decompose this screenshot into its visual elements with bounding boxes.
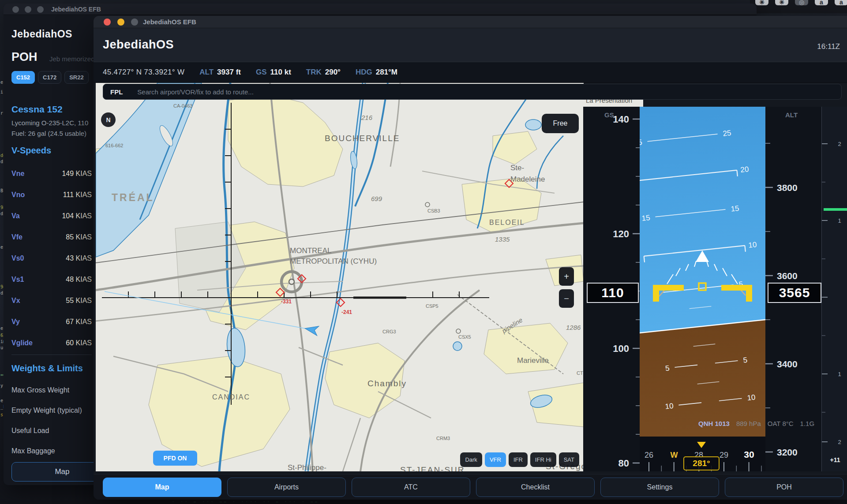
amazon-icon[interactable]: a — [835, 0, 847, 5]
weights-title: Weights & Limits — [11, 363, 83, 373]
map-label: Chambly — [367, 379, 407, 388]
qnh-setting: QNH 1013 — [698, 420, 730, 427]
svg-text:15: 15 — [731, 204, 740, 213]
vspeed-label: Vno — [11, 191, 25, 199]
current-airspeed-box: 110 — [587, 283, 639, 303]
map-style-ifr-hi[interactable]: IFR Hi — [530, 452, 556, 467]
top-dock: ✳✳◎aa — [750, 0, 847, 13]
route-search-input[interactable]: Search airport/VOR/fix to add to route..… — [137, 88, 253, 96]
map-style-sat[interactable]: SAT — [559, 452, 579, 467]
zoom-out-button[interactable]: − — [559, 289, 574, 308]
openai-icon[interactable]: ✳ — [775, 0, 788, 5]
sidebar-map-button[interactable]: Map — [11, 462, 94, 482]
vspeed-value: 85 KIAS — [66, 233, 92, 241]
oat: OAT 8°C — [768, 420, 794, 427]
app-title: JebediahOS — [11, 28, 72, 40]
map-label: BOUCHERVILLE — [325, 134, 400, 143]
minimize-icon[interactable] — [25, 6, 31, 13]
map-style-ifr[interactable]: IFR — [509, 452, 528, 467]
gs-tape-label: GS — [604, 111, 614, 119]
map-label: CSB3 — [427, 208, 440, 213]
vspeed-value: 67 KIAS — [66, 318, 92, 326]
tab-airports[interactable]: Airports — [227, 478, 346, 497]
vspeeds-title: V-Speeds — [11, 146, 51, 156]
terminal-fragment: e — [0, 326, 3, 331]
pfd-toggle-button[interactable]: PFD ON — [153, 451, 197, 466]
map-label: Ste- — [510, 164, 524, 172]
vspeed-row: Vno111 KIAS — [11, 184, 92, 205]
map-label: Madeleine — [510, 175, 545, 183]
map-style-dark[interactable]: Dark — [460, 452, 482, 467]
map-label: CSP5 — [426, 303, 438, 309]
heading-strip: 26W282930 281° — [640, 437, 765, 471]
weight-row: Useful Load — [11, 421, 92, 441]
weight-row: Empty Weight (typical) — [11, 400, 92, 421]
aircraft-tab-sr22[interactable]: SR22 — [64, 71, 89, 84]
svg-text:2: 2 — [838, 141, 841, 147]
map-label: Marieville — [517, 356, 549, 365]
gs-label: GS — [256, 68, 267, 77]
map-label: CRM3 — [436, 436, 450, 441]
minimize-icon[interactable] — [117, 19, 124, 26]
free-mode-button[interactable]: Free — [542, 114, 579, 133]
vspeed-label: Va — [11, 212, 20, 220]
vspeed-label: Vne — [11, 170, 24, 178]
svg-text:100: 100 — [613, 343, 629, 354]
map-style-vfr[interactable]: VFR — [485, 452, 506, 467]
map-label: 616-662 — [105, 143, 123, 148]
aircraft-tab-c172[interactable]: C172 — [38, 71, 61, 84]
vspeed-value: 111 KIAS — [63, 191, 92, 199]
close-icon[interactable] — [104, 19, 111, 26]
zoom-in-button[interactable]: + — [559, 267, 574, 286]
vspeed-row: Vne149 KIAS — [11, 163, 92, 184]
map-label: MONTREAL — [290, 246, 331, 255]
vspeed-label: Vs0 — [11, 254, 24, 262]
maximize-icon[interactable] — [131, 19, 138, 26]
map-label: -241 — [341, 309, 352, 315]
alt-label: ALT — [199, 68, 214, 77]
moving-map[interactable]: VarennesBOUCHERVILLESur-RichelieuSte-Mad… — [96, 83, 584, 471]
vspeed-value: 55 KIAS — [66, 297, 92, 305]
g-load: 1.1G — [800, 420, 815, 427]
tab-poh[interactable]: POH — [725, 478, 843, 497]
tab-map[interactable]: Map — [103, 478, 221, 497]
tab-settings[interactable]: Settings — [600, 478, 719, 497]
poh-section-title: POH — [11, 50, 37, 64]
window-titlebar[interactable]: JebediahOS EFB — [94, 16, 847, 28]
map-label: St-Philippe- — [288, 463, 326, 471]
app-icon[interactable]: ◎ — [795, 0, 808, 5]
efb-window[interactable]: JebediahOS EFB JebediahOS 16:11Z 45.4727… — [94, 16, 847, 500]
tab-checklist[interactable]: Checklist — [476, 478, 595, 497]
maximize-icon[interactable] — [37, 6, 44, 13]
vspeed-row: Vglide60 KIAS — [11, 332, 92, 354]
north-compass-button[interactable]: N — [101, 112, 116, 127]
svg-text:29: 29 — [720, 451, 728, 459]
svg-text:140: 140 — [613, 114, 629, 125]
fpl-search-bar[interactable]: FPL Search airport/VOR/fix to add to rou… — [103, 84, 842, 100]
vspeed-value: 149 KIAS — [62, 170, 92, 178]
vspeed-value: 48 KIAS — [66, 276, 92, 284]
window-title: JebediahOS EFB — [143, 18, 196, 26]
svg-text:5: 5 — [743, 356, 748, 365]
gs-value: 110 kt — [270, 68, 291, 77]
terminal-fragment: e — [0, 80, 3, 85]
poh-subtitle: Jeb memorized — [49, 55, 94, 63]
svg-text:10: 10 — [747, 393, 756, 402]
svg-text:25: 25 — [723, 129, 732, 138]
background-window-titlebar[interactable]: JebediahOS EFB — [4, 4, 757, 15]
map-label: TRÉAL — [112, 191, 154, 203]
tab-atc[interactable]: ATC — [352, 478, 470, 497]
map-label: -331 — [281, 299, 292, 305]
hdg-value: 281°M — [376, 68, 397, 77]
flight-status-bar: 45.4727° N 73.3921° W ALT3937 ft GS110 k… — [94, 62, 847, 83]
coordinates: 45.4727° N 73.3921° W — [103, 68, 184, 77]
amazon-icon[interactable]: a — [815, 0, 828, 5]
close-icon[interactable] — [12, 6, 19, 13]
svg-text:10: 10 — [748, 240, 757, 250]
aircraft-fuel: Fuel: 26 gal (24.5 usable) — [11, 130, 86, 137]
vspeed-row: Vs043 KIAS — [11, 248, 92, 269]
openai-icon[interactable]: ✳ — [755, 0, 768, 5]
zulu-clock: 16:11Z — [817, 42, 840, 51]
aircraft-tab-c152[interactable]: C152 — [11, 71, 35, 84]
weight-row: Max Gross Weight — [11, 380, 92, 400]
